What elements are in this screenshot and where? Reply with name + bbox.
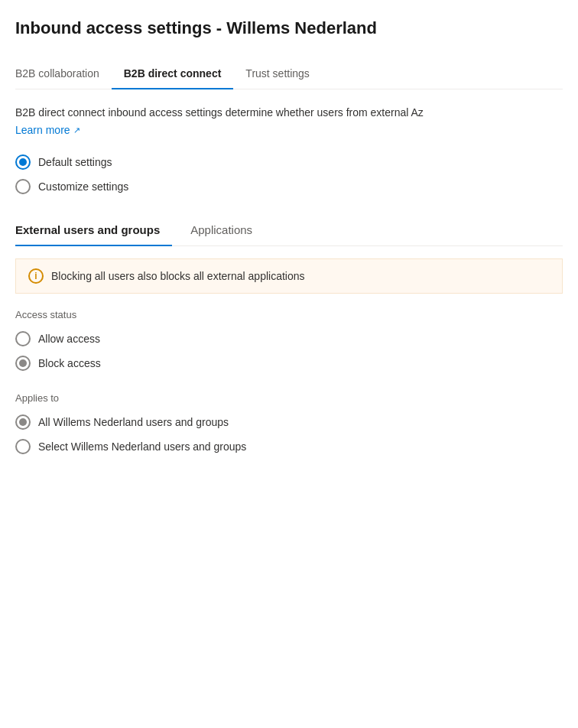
sub-tabs: External users and groups Applications	[15, 216, 563, 246]
access-status-label: Access status	[15, 309, 563, 320]
default-settings-option[interactable]: Default settings	[15, 154, 563, 170]
external-link-icon: ↗	[73, 125, 80, 135]
description-text: B2B direct connect inbound access settin…	[15, 105, 563, 121]
block-access-radio[interactable]	[15, 356, 31, 371]
applies-to-label: Applies to	[15, 392, 563, 404]
access-status-radio-group: Allow access Block access	[15, 331, 563, 371]
applies-to-section: Applies to All Willems Nederland users a…	[15, 392, 563, 454]
sub-tab-external-users[interactable]: External users and groups	[15, 216, 172, 245]
warning-icon: i	[28, 268, 44, 284]
default-settings-radio[interactable]	[15, 154, 31, 170]
warning-text: Blocking all users also blocks all exter…	[51, 270, 305, 282]
select-users-option[interactable]: Select Willems Nederland users and group…	[15, 439, 563, 454]
select-users-label: Select Willems Nederland users and group…	[38, 440, 246, 453]
tab-b2b-direct-connect[interactable]: B2B direct connect	[112, 60, 234, 89]
all-users-label: All Willems Nederland users and groups	[38, 416, 229, 428]
tab-trust-settings[interactable]: Trust settings	[233, 60, 322, 89]
learn-more-label: Learn more	[15, 124, 70, 136]
settings-radio-group: Default settings Customize settings	[15, 154, 563, 194]
customize-settings-option[interactable]: Customize settings	[15, 179, 563, 194]
page-title: Inbound access settings - Willems Nederl…	[15, 18, 563, 38]
all-users-radio[interactable]	[15, 414, 31, 430]
customize-settings-radio[interactable]	[15, 179, 31, 194]
main-tabs: B2B collaboration B2B direct connect Tru…	[15, 60, 563, 89]
allow-access-option[interactable]: Allow access	[15, 331, 563, 346]
customize-settings-label: Customize settings	[38, 180, 128, 193]
sub-tab-applications[interactable]: Applications	[190, 216, 265, 245]
applies-to-radio-group: All Willems Nederland users and groups S…	[15, 414, 563, 454]
all-users-option[interactable]: All Willems Nederland users and groups	[15, 414, 563, 430]
block-access-option[interactable]: Block access	[15, 356, 563, 371]
tab-b2b-collaboration[interactable]: B2B collaboration	[15, 60, 112, 89]
warning-banner: i Blocking all users also blocks all ext…	[15, 258, 563, 294]
page-container: Inbound access settings - Willems Nederl…	[0, 0, 578, 491]
access-status-section: Access status Allow access Block access	[15, 309, 563, 371]
learn-more-link[interactable]: Learn more ↗	[15, 124, 80, 136]
default-settings-label: Default settings	[38, 156, 112, 168]
allow-access-label: Allow access	[38, 333, 100, 345]
select-users-radio[interactable]	[15, 439, 31, 454]
allow-access-radio[interactable]	[15, 331, 31, 346]
block-access-label: Block access	[38, 357, 101, 369]
